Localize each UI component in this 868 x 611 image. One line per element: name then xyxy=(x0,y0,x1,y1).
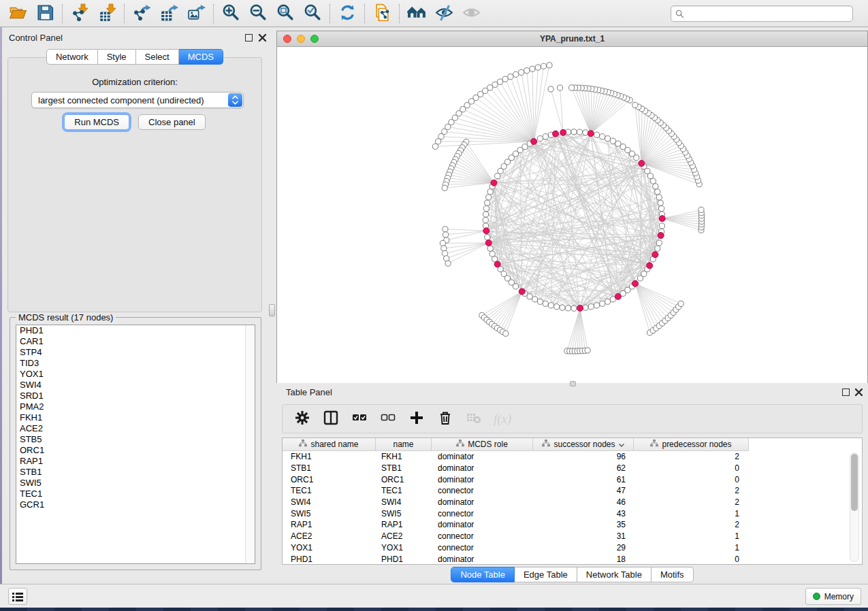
graph-node[interactable] xyxy=(548,303,553,308)
export-network-button[interactable] xyxy=(128,2,155,25)
graph-node[interactable] xyxy=(495,174,500,179)
graph-node[interactable] xyxy=(497,79,502,84)
zoom-in-button[interactable] xyxy=(217,2,244,25)
graph-node[interactable] xyxy=(513,71,519,77)
graph-node[interactable] xyxy=(537,299,543,304)
column-header-shared-name[interactable]: shared name xyxy=(283,438,376,451)
graph-node[interactable] xyxy=(605,136,610,142)
mcds-result-item[interactable]: STP4 xyxy=(16,347,255,358)
graph-node[interactable] xyxy=(483,205,489,211)
graph-node[interactable] xyxy=(483,212,489,217)
list-scrollbar[interactable] xyxy=(245,325,255,563)
graph-node[interactable] xyxy=(655,189,660,195)
graph-node[interactable] xyxy=(543,301,548,306)
graph-node[interactable] xyxy=(502,76,508,82)
mcds-result-item[interactable]: TEC1 xyxy=(16,489,255,499)
graph-node[interactable] xyxy=(698,207,704,212)
float-panel-icon[interactable] xyxy=(245,34,253,42)
graph-node[interactable] xyxy=(532,297,538,302)
tab-node-table[interactable]: Node Table xyxy=(451,567,515,582)
graph-node[interactable] xyxy=(600,301,605,306)
horizontal-splitter-grabber[interactable] xyxy=(570,381,576,386)
network-window-titlebar[interactable]: YPA_prune.txt_1 xyxy=(277,31,867,47)
close-panel-button[interactable]: Close panel xyxy=(138,114,206,130)
graph-node[interactable] xyxy=(659,205,664,211)
import-table-button[interactable] xyxy=(93,2,120,25)
graph-node[interactable] xyxy=(486,195,492,200)
graph-node[interactable] xyxy=(659,223,664,229)
graph-hub-node[interactable] xyxy=(553,131,559,137)
graph-node[interactable] xyxy=(519,69,524,75)
vertical-splitter[interactable] xyxy=(268,27,276,584)
graph-node[interactable] xyxy=(487,246,493,251)
mcds-result-item[interactable]: CAR1 xyxy=(16,336,255,347)
mcds-result-item[interactable]: STB5 xyxy=(16,434,255,445)
table-scrollbar[interactable] xyxy=(850,452,859,562)
graph-node[interactable] xyxy=(443,232,449,237)
graph-node[interactable] xyxy=(440,240,445,246)
float-table-panel-icon[interactable] xyxy=(842,389,850,396)
graph-node[interactable] xyxy=(543,134,548,139)
graph-hub-node[interactable] xyxy=(531,138,537,144)
export-image-button[interactable] xyxy=(182,2,210,25)
graph-node[interactable] xyxy=(650,178,656,184)
save-session-button[interactable] xyxy=(31,2,59,25)
tab-select[interactable]: Select xyxy=(136,49,179,65)
mcds-result-item[interactable]: SRD1 xyxy=(16,391,255,401)
table-row[interactable]: YOX1YOX1connector291 xyxy=(283,542,862,554)
mcds-result-item[interactable]: FKH1 xyxy=(16,412,255,423)
graph-node[interactable] xyxy=(485,235,490,240)
tab-edge-table[interactable]: Edge Table xyxy=(515,567,577,582)
select-all-button[interactable] xyxy=(351,410,368,428)
mcds-result-item[interactable]: SWI4 xyxy=(16,380,255,391)
add-row-button[interactable] xyxy=(408,410,425,428)
graph-node[interactable] xyxy=(498,168,503,174)
graph-node[interactable] xyxy=(594,303,599,308)
graph-node[interactable] xyxy=(647,174,653,179)
settings-button[interactable] xyxy=(293,410,311,428)
graph-node[interactable] xyxy=(655,246,660,251)
graph-node[interactable] xyxy=(610,138,615,144)
graph-node[interactable] xyxy=(656,195,662,200)
graph-node[interactable] xyxy=(577,129,582,135)
graph-node[interactable] xyxy=(569,85,575,90)
table-row[interactable]: STB1STB1dominator620 xyxy=(283,463,862,474)
graph-node[interactable] xyxy=(443,227,448,232)
graph-node[interactable] xyxy=(658,200,663,205)
mcds-result-item[interactable]: ACE2 xyxy=(16,423,255,434)
table-row[interactable]: ORC1ORC1dominator610 xyxy=(283,474,862,485)
graph-node[interactable] xyxy=(489,251,495,257)
refresh-button[interactable] xyxy=(334,2,361,25)
graph-node[interactable] xyxy=(560,305,565,310)
graph-node[interactable] xyxy=(492,82,498,87)
table-row[interactable]: FKH1FKH1dominator962 xyxy=(283,451,862,463)
graph-hub-node[interactable] xyxy=(483,228,489,234)
graph-node[interactable] xyxy=(548,86,553,92)
graph-node[interactable] xyxy=(436,139,441,144)
graph-node[interactable] xyxy=(620,144,626,150)
mcds-result-item[interactable]: GCR1 xyxy=(16,499,255,510)
memory-button[interactable]: Memory xyxy=(805,588,861,605)
graph-node[interactable] xyxy=(554,304,560,310)
graph-node[interactable] xyxy=(513,284,518,289)
graph-node[interactable] xyxy=(653,184,658,189)
graph-node[interactable] xyxy=(485,200,490,205)
hide-details-button[interactable] xyxy=(430,2,457,25)
graph-node[interactable] xyxy=(524,68,530,73)
graph-node[interactable] xyxy=(527,294,532,299)
table-row[interactable]: TEC1TEC1connector472 xyxy=(283,485,862,497)
zoom-out-button[interactable] xyxy=(244,2,272,25)
houses-button[interactable] xyxy=(403,2,430,25)
graph-node[interactable] xyxy=(588,304,594,310)
graph-node[interactable] xyxy=(557,85,562,90)
show-columns-button[interactable] xyxy=(322,410,340,428)
table-row[interactable]: SWI5SWI5connector431 xyxy=(283,508,862,519)
graph-node[interactable] xyxy=(508,74,513,80)
mcds-result-list[interactable]: PHD1CAR1STP4TID3YOX1SWI4SRD1PMA2FKH1ACE2… xyxy=(16,325,255,564)
mcds-result-item[interactable]: TID3 xyxy=(16,358,255,369)
zoom-selected-button[interactable] xyxy=(299,2,326,25)
graph-hub-node[interactable] xyxy=(519,288,525,295)
graph-node[interactable] xyxy=(541,63,546,69)
table-row[interactable]: SWI4SWI4dominator462 xyxy=(283,497,862,508)
tab-style[interactable]: Style xyxy=(98,49,136,65)
